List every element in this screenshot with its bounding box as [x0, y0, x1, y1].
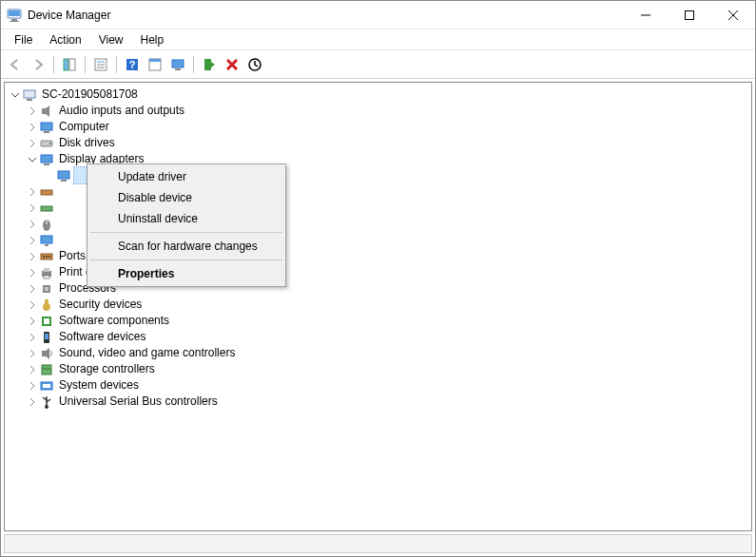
toolbar-properties-button[interactable] [90, 54, 111, 75]
hidden2-icon [39, 201, 54, 216]
toolbar-forward-button[interactable] [28, 54, 48, 75]
tree-category[interactable]: Software devices [5, 329, 751, 345]
chevron-right-icon[interactable] [26, 185, 39, 199]
context-menu-update-driver[interactable]: Update driver [89, 166, 283, 187]
printer-icon [39, 265, 54, 280]
computer-icon [22, 87, 37, 103]
svg-rect-35 [61, 180, 67, 182]
window-control-buttons [624, 1, 755, 29]
svg-rect-37 [41, 206, 52, 211]
svg-point-45 [48, 256, 50, 258]
app-icon [7, 8, 22, 23]
minimize-button[interactable] [624, 1, 668, 29]
context-menu-uninstall-device[interactable]: Uninstall device [89, 208, 283, 229]
tree-category[interactable]: Audio inputs and outputs [5, 103, 751, 119]
chevron-right-icon[interactable] [26, 218, 39, 231]
chevron-right-icon[interactable] [26, 137, 39, 150]
menu-help[interactable]: Help [133, 31, 172, 48]
chevron-right-icon[interactable] [26, 363, 39, 376]
window-title: Device Manager [28, 9, 624, 22]
svg-rect-61 [43, 384, 50, 388]
disk-icon [39, 136, 54, 151]
chevron-down-icon[interactable] [26, 153, 39, 166]
tree-root[interactable]: SC-201905081708 [5, 86, 751, 103]
chevron-right-icon[interactable] [26, 298, 39, 312]
menu-view[interactable]: View [91, 31, 131, 48]
svg-point-43 [43, 256, 45, 258]
chevron-right-icon[interactable] [26, 315, 39, 328]
toolbar-show-hide-tree-button[interactable] [59, 54, 80, 75]
tree-pane[interactable]: SC-201905081708 Audio inputs and outputs… [4, 82, 752, 531]
tree-category[interactable]: Sound, video and game controllers [5, 345, 751, 361]
device-manager-window: Device Manager File Action View Help [0, 0, 756, 557]
svg-rect-48 [44, 276, 49, 278]
toolbar-uninstall-button[interactable] [222, 54, 242, 75]
context-menu-disable-device[interactable]: Disable device [89, 187, 283, 208]
tree-category[interactable]: Disk drives [5, 135, 751, 151]
toolbar: ? [1, 50, 755, 79]
tree-category[interactable]: Universal Serial Bus controllers [5, 394, 751, 410]
svg-rect-27 [42, 108, 46, 114]
port-icon [39, 249, 54, 264]
svg-rect-25 [24, 90, 35, 98]
status-bar [4, 534, 752, 553]
svg-rect-20 [175, 68, 181, 70]
chevron-right-icon[interactable] [26, 202, 39, 215]
chevron-right-icon[interactable] [26, 250, 39, 263]
svg-rect-21 [204, 59, 211, 70]
svg-rect-57 [42, 351, 46, 356]
svg-rect-29 [44, 131, 49, 133]
toolbar-separator [116, 56, 117, 73]
tree-category[interactable]: Computer [5, 119, 751, 135]
svg-rect-34 [58, 171, 69, 179]
tree-category[interactable]: Storage controllers [5, 361, 751, 377]
tree-category-label: Audio inputs and outputs [57, 103, 186, 119]
toolbar-scan-hardware-button[interactable] [167, 54, 188, 75]
svg-rect-2 [9, 10, 20, 16]
chevron-right-icon[interactable] [26, 121, 39, 134]
tree-category-label: Disk drives [57, 135, 117, 151]
menu-file[interactable]: File [7, 31, 40, 48]
tree-category[interactable]: Security devices [5, 297, 751, 313]
chevron-right-icon[interactable] [26, 105, 39, 118]
toolbar-back-button[interactable] [5, 54, 26, 75]
close-button[interactable] [711, 1, 755, 29]
context-menu-properties[interactable]: Properties [89, 263, 283, 284]
chevron-right-icon[interactable] [26, 234, 39, 247]
tree-category-label: Software components [57, 313, 171, 329]
svg-rect-54 [44, 318, 49, 324]
svg-rect-10 [69, 59, 75, 70]
svg-rect-18 [149, 59, 161, 62]
chevron-right-icon[interactable] [26, 347, 39, 360]
chevron-right-icon[interactable] [26, 379, 39, 393]
toolbar-separator [193, 56, 194, 73]
chevron-right-icon[interactable] [26, 282, 39, 296]
chevron-right-icon[interactable] [26, 266, 39, 279]
menu-action[interactable]: Action [42, 31, 88, 48]
audio-icon [39, 104, 54, 119]
svg-rect-26 [27, 99, 32, 101]
svg-point-31 [49, 143, 51, 144]
chevron-right-icon[interactable] [26, 395, 39, 409]
hidden1-icon [39, 184, 54, 200]
tree-category[interactable]: System devices [5, 377, 751, 394]
toolbar-update-driver-button[interactable] [199, 54, 220, 75]
tree-category-label: Computer [57, 119, 111, 135]
context-menu-scan-hardware[interactable]: Scan for hardware changes [89, 236, 283, 257]
display-icon [39, 152, 54, 167]
chevron-right-icon[interactable] [26, 331, 39, 344]
svg-rect-36 [41, 190, 52, 195]
svg-rect-41 [45, 244, 48, 246]
svg-rect-32 [41, 155, 52, 163]
toolbar-disable-button[interactable] [244, 54, 265, 75]
usb-icon [39, 394, 54, 410]
chevron-down-icon[interactable] [9, 88, 22, 102]
tree-category[interactable]: Software components [5, 313, 751, 329]
tree-category-label: Software devices [57, 329, 147, 345]
tree-category-label: Security devices [57, 297, 144, 313]
toolbar-help-button[interactable]: ? [122, 54, 143, 75]
maximize-button[interactable] [668, 1, 711, 29]
computer-icon [39, 120, 54, 135]
toolbar-action-button[interactable] [145, 54, 165, 75]
svg-point-44 [46, 256, 48, 258]
